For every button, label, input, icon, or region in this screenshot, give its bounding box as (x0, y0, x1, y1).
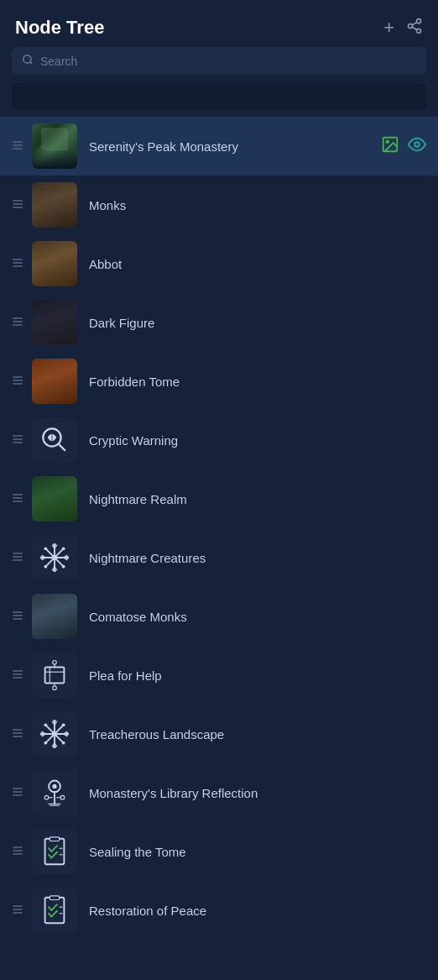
search-input[interactable] (40, 55, 416, 68)
svg-point-48 (44, 565, 47, 569)
drag-handle-dark-figure[interactable] (12, 316, 23, 330)
drag-handle-restoration-of-peace[interactable] (12, 904, 23, 918)
svg-point-67 (53, 661, 57, 665)
eye-icon[interactable] (408, 135, 426, 158)
svg-rect-32 (13, 497, 23, 499)
svg-rect-18 (13, 265, 23, 267)
svg-rect-31 (13, 494, 23, 495)
svg-point-46 (62, 565, 65, 569)
node-item-cryptic-warning[interactable]: Cryptic Warning (0, 411, 438, 469)
svg-rect-109 (13, 853, 23, 855)
node-label-sealing-the-tome: Sealing the Tome (89, 845, 426, 859)
svg-rect-64 (45, 668, 65, 684)
drag-handle-cryptic-warning[interactable] (12, 433, 23, 448)
node-item-monks[interactable]: Monks (0, 176, 438, 234)
node-label-comatose-monks: Comatose Monks (89, 610, 426, 624)
svg-rect-33 (13, 500, 23, 502)
svg-point-12 (415, 142, 420, 147)
drag-handle-comatose-monks[interactable] (12, 610, 23, 624)
svg-point-86 (52, 731, 57, 736)
node-label-monastery-library-reflection: Monastery's Library Reflection (89, 786, 426, 800)
drag-handle-serenity-peak-monastery[interactable] (12, 139, 23, 154)
thumb-nightmare-realm (32, 476, 77, 521)
node-item-monastery-library-reflection[interactable]: Monastery's Library Reflection (0, 763, 438, 822)
drag-handle-nightmare-creatures[interactable] (12, 551, 23, 565)
svg-rect-58 (13, 611, 23, 613)
filter-bar (12, 83, 426, 110)
icon-sealing-the-tome (32, 829, 77, 874)
svg-rect-21 (13, 324, 23, 326)
svg-rect-24 (13, 383, 23, 385)
image-icon[interactable] (381, 135, 399, 158)
svg-point-11 (386, 140, 388, 143)
thumb-serenity-peak-monastery (32, 123, 77, 169)
node-label-monks: Monks (89, 198, 426, 212)
node-item-nightmare-creatures[interactable]: Nightmare Creatures (0, 528, 438, 587)
node-list: Serenity's Peak Monastery MonksAbbotDark… (0, 117, 438, 980)
svg-rect-111 (50, 837, 59, 841)
node-label-treacherous-landscape: Treacherous Landscape (89, 727, 426, 742)
node-item-plea-for-help[interactable]: Plea for Help (0, 646, 438, 705)
svg-rect-60 (13, 618, 23, 620)
node-label-nightmare-realm: Nightmare Realm (89, 492, 426, 506)
node-label-restoration-of-peace: Restoration of Peace (89, 904, 426, 918)
node-label-abbot: Abbot (89, 257, 426, 271)
thumb-comatose-monks (32, 594, 77, 639)
drag-handle-monks[interactable] (12, 198, 23, 212)
node-item-abbot[interactable]: Abbot (0, 234, 438, 293)
icon-treacherous-landscape (32, 711, 77, 757)
node-label-forbidden-tome: Forbidden Tome (89, 375, 426, 389)
svg-rect-9 (13, 148, 23, 149)
svg-point-41 (53, 543, 56, 547)
svg-rect-95 (13, 788, 23, 789)
header: Node Tree + (0, 0, 438, 47)
svg-line-29 (59, 444, 65, 451)
svg-rect-27 (13, 442, 23, 443)
svg-rect-96 (13, 791, 23, 793)
icon-nightmare-creatures (32, 535, 77, 580)
svg-rect-26 (13, 438, 23, 440)
svg-rect-71 (13, 729, 23, 731)
svg-rect-34 (13, 553, 23, 554)
drag-handle-forbidden-tome[interactable] (12, 375, 23, 389)
svg-rect-16 (13, 259, 23, 260)
svg-rect-22 (13, 376, 23, 378)
drag-handle-nightmare-realm[interactable] (12, 492, 23, 506)
thumb-forbidden-tome (32, 359, 77, 404)
svg-rect-23 (13, 380, 23, 381)
drag-handle-monastery-library-reflection[interactable] (12, 786, 23, 800)
svg-rect-7 (13, 141, 23, 143)
svg-point-100 (52, 784, 56, 789)
drag-handle-treacherous-landscape[interactable] (12, 727, 23, 742)
node-item-comatose-monks[interactable]: Comatose Monks (0, 587, 438, 646)
search-icon (22, 54, 34, 68)
node-item-serenity-peak-monastery[interactable]: Serenity's Peak Monastery (0, 117, 438, 176)
node-label-dark-figure: Dark Figure (89, 316, 426, 330)
node-item-forbidden-tome[interactable]: Forbidden Tome (0, 352, 438, 411)
svg-point-43 (40, 556, 44, 559)
node-label-plea-for-help: Plea for Help (89, 668, 426, 683)
svg-rect-108 (13, 850, 23, 852)
svg-point-103 (44, 795, 49, 799)
thumb-abbot (32, 241, 77, 286)
svg-point-84 (62, 723, 65, 726)
node-label-nightmare-creatures: Nightmare Creatures (89, 551, 426, 565)
icon-restoration-of-peace (32, 888, 77, 933)
drag-handle-abbot[interactable] (12, 257, 23, 271)
svg-rect-25 (13, 435, 23, 437)
icon-monastery-library-reflection (32, 770, 77, 815)
share-button[interactable] (406, 18, 423, 39)
svg-point-47 (62, 547, 65, 550)
icon-cryptic-warning (32, 417, 77, 463)
node-item-restoration-of-peace[interactable]: Restoration of Peace (0, 881, 438, 940)
node-item-sealing-the-tome[interactable]: Sealing the Tome (0, 822, 438, 881)
node-item-treacherous-landscape[interactable]: Treacherous Landscape (0, 705, 438, 763)
drag-handle-plea-for-help[interactable] (12, 668, 23, 683)
svg-rect-62 (13, 673, 23, 675)
node-item-dark-figure[interactable]: Dark Figure (0, 293, 438, 352)
node-actions-serenity-peak-monastery (381, 135, 426, 158)
svg-point-78 (53, 720, 56, 723)
node-item-nightmare-realm[interactable]: Nightmare Realm (0, 469, 438, 528)
add-button[interactable]: + (383, 17, 394, 39)
drag-handle-sealing-the-tome[interactable] (12, 845, 23, 859)
